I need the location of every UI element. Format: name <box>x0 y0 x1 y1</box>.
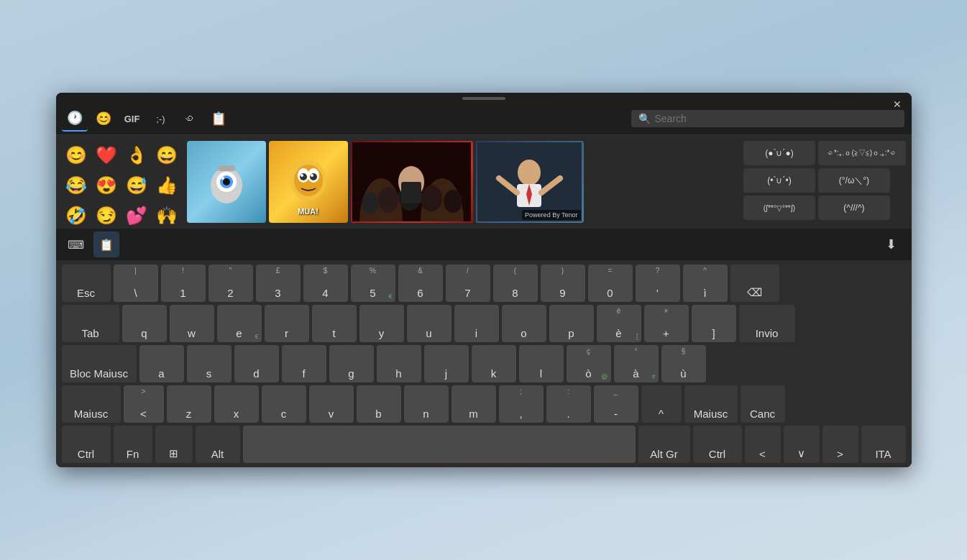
key-9[interactable]: ) 9 <box>541 265 585 302</box>
key-e[interactable]: e € <box>217 305 262 342</box>
key-backspace[interactable]: ⌫ <box>730 265 779 302</box>
key-s[interactable]: s <box>187 345 232 382</box>
key-1[interactable]: ! 1 <box>161 265 206 302</box>
key-c[interactable]: c <box>262 385 306 423</box>
key-n[interactable]: n <box>404 385 449 423</box>
emoji-cell[interactable]: 😄 <box>152 141 181 170</box>
key-plus[interactable]: × + <box>644 305 689 342</box>
key-ctrl-left[interactable]: Ctrl <box>62 426 111 463</box>
kaomoji-btn-5[interactable]: (ʃ**°▽°**ʃ) <box>743 196 815 220</box>
key-f[interactable]: f <box>282 345 326 382</box>
key-agrave[interactable]: ° à # <box>614 345 659 382</box>
key-invio[interactable]: Invio <box>739 305 795 342</box>
key-g[interactable]: g <box>329 345 374 382</box>
key-apos[interactable]: ? ' <box>636 265 680 302</box>
key-tab[interactable]: Tab <box>62 305 119 342</box>
key-o[interactable]: o <box>502 305 546 342</box>
key-6[interactable]: & 6 <box>398 265 443 302</box>
emoji-cell[interactable]: 💕 <box>122 201 151 230</box>
key-p[interactable]: p <box>549 305 594 342</box>
clipboard-tab-icon[interactable]: 📋 <box>206 106 232 132</box>
key-minus[interactable]: _ - <box>594 385 638 423</box>
key-ita[interactable]: ITA <box>861 426 906 463</box>
emoji-cell[interactable]: 😍 <box>92 171 121 200</box>
kaomoji-btn-6[interactable]: (^///^) <box>818 196 890 220</box>
key-7[interactable]: / 7 <box>446 265 490 302</box>
keyboard-settings-icon[interactable]: ⌨ <box>63 231 89 257</box>
kaomoji-tab-icon[interactable]: ;-) <box>148 106 174 132</box>
gif-item-1[interactable] <box>187 141 266 223</box>
search-input[interactable] <box>655 113 897 124</box>
key-i[interactable]: i <box>454 305 499 342</box>
key-y[interactable]: y <box>359 305 404 342</box>
emoji-cell[interactable]: 👍 <box>152 171 181 200</box>
symbols-tab-icon[interactable]: ꩜ <box>177 106 203 132</box>
key-shift-right[interactable]: Maiusc <box>684 385 738 423</box>
key-ltgt[interactable]: > < <box>124 385 164 423</box>
key-8[interactable]: ( 8 <box>493 265 538 302</box>
key-space[interactable] <box>243 426 636 463</box>
key-dot[interactable]: : . <box>546 385 591 423</box>
key-d[interactable]: d <box>234 345 279 382</box>
key-ctrl-right[interactable]: Ctrl <box>693 426 742 463</box>
key-down-arrow[interactable]: ∨ <box>784 426 820 463</box>
gif-item-4[interactable]: Powered By Tenor <box>476 141 584 223</box>
key-z[interactable]: z <box>167 385 211 423</box>
emoji-cell[interactable]: 👌 <box>122 141 151 170</box>
key-ograve[interactable]: ç ò @ <box>567 345 611 382</box>
key-2[interactable]: " 2 <box>208 265 253 302</box>
gif-item-3[interactable] <box>351 141 473 223</box>
emoji-cell[interactable]: 🙌 <box>152 201 181 230</box>
key-h[interactable]: h <box>377 345 421 382</box>
key-l[interactable]: l <box>519 345 564 382</box>
key-5[interactable]: % 5 € <box>351 265 395 302</box>
emoji-tab-icon[interactable]: 😊 <box>91 106 116 132</box>
key-k[interactable]: k <box>472 345 516 382</box>
kaomoji-btn-2[interactable]: ꩜*:｡.ｏ(≧▽≦)ｏ.｡:*꩜ <box>818 141 906 165</box>
key-canc[interactable]: Canc <box>741 385 785 423</box>
emoji-cell[interactable]: 😂 <box>62 171 91 200</box>
recent-tab-icon[interactable]: 🕐 <box>62 106 88 132</box>
key-x[interactable]: x <box>214 385 259 423</box>
emoji-cell[interactable]: 😊 <box>62 141 91 170</box>
key-a[interactable]: a <box>139 345 184 382</box>
close-button[interactable]: ✕ <box>889 97 906 111</box>
key-alt[interactable]: Alt <box>196 426 240 463</box>
key-left-arrow[interactable]: < <box>745 426 781 463</box>
key-b[interactable]: b <box>357 385 401 423</box>
key-u[interactable]: u <box>407 305 452 342</box>
key-q[interactable]: q <box>122 305 167 342</box>
key-shift-left[interactable]: Maiusc <box>62 385 121 423</box>
key-3[interactable]: £ 3 <box>256 265 301 302</box>
key-win[interactable]: ⊞ <box>155 426 193 463</box>
kaomoji-btn-3[interactable]: (•`∪´•) <box>743 168 815 193</box>
key-v[interactable]: v <box>309 385 354 423</box>
key-grave[interactable]: ^ ì <box>683 265 728 302</box>
emoji-cell[interactable]: 🤣 <box>62 201 91 230</box>
gif-tab-icon[interactable]: GIF <box>119 106 145 132</box>
key-w[interactable]: w <box>170 305 214 342</box>
clipboard-mode-icon[interactable]: 📋 <box>93 231 119 257</box>
key-4[interactable]: $ 4 <box>303 265 348 302</box>
key-right-arrow[interactable]: > <box>822 426 858 463</box>
key-caret[interactable]: ^ <box>641 385 682 423</box>
kaomoji-btn-4[interactable]: (°/ω＼°) <box>818 168 890 193</box>
kaomoji-btn-1[interactable]: (●`∪´●) <box>743 141 815 165</box>
key-ugrave[interactable]: § ù <box>661 345 706 382</box>
key-j[interactable]: j <box>424 345 469 382</box>
key-fn[interactable]: Fn <box>114 426 152 463</box>
emoji-cell[interactable]: 😅 <box>122 171 151 200</box>
emoji-cell[interactable]: 😏 <box>92 201 121 230</box>
gif-item-2[interactable]: MUA! <box>269 141 348 223</box>
key-t[interactable]: t <box>312 305 357 342</box>
key-esc[interactable]: Esc <box>62 265 111 302</box>
download-icon[interactable]: ⬇ <box>879 231 904 257</box>
key-m[interactable]: m <box>452 385 496 423</box>
key-comma[interactable]: ; , <box>499 385 544 423</box>
key-altgr[interactable]: Alt Gr <box>638 426 690 463</box>
key-backslash[interactable]: | \ <box>114 265 158 302</box>
key-bracket[interactable]: ] <box>692 305 736 342</box>
key-egrave[interactable]: é è [ <box>597 305 641 342</box>
key-r[interactable]: r <box>265 305 309 342</box>
key-caps[interactable]: Bloc Maiusc <box>62 345 137 382</box>
